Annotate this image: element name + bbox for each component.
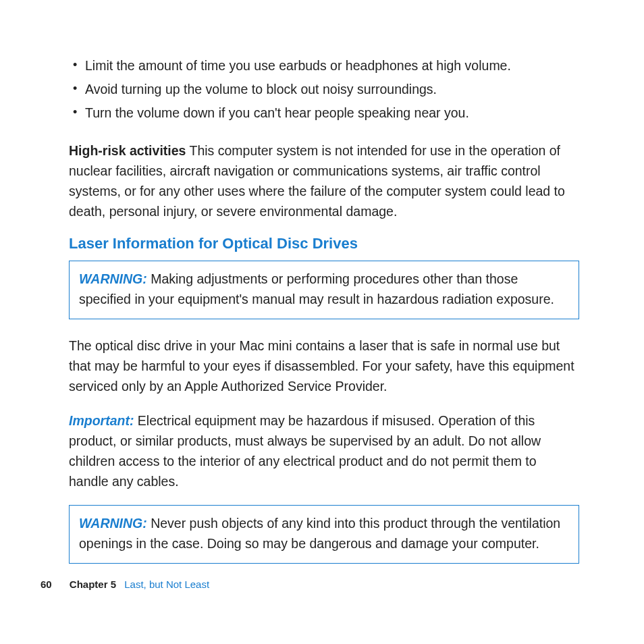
important-paragraph: Important: Electrical equipment may be h… <box>69 410 579 492</box>
warning-text: Never push objects of any kind into this… <box>79 516 560 550</box>
bullet-item: Avoid turning up the volume to block out… <box>69 79 579 100</box>
warning-box-1: WARNING: Making adjustments or performin… <box>69 261 579 319</box>
warning-label: WARNING: <box>79 271 147 286</box>
optical-paragraph: The optical disc drive in your Mac mini … <box>69 336 579 397</box>
page-footer: 60 Chapter 5 Last, but Not Least <box>41 579 209 590</box>
page-number: 60 <box>41 579 52 590</box>
bullet-item: Turn the volume down if you can't hear p… <box>69 103 579 124</box>
chapter-title: Last, but Not Least <box>124 579 209 590</box>
warning-text: Making adjustments or performing procedu… <box>79 271 554 306</box>
warning-label: WARNING: <box>79 516 147 531</box>
chapter-label: Chapter 5 <box>70 579 116 590</box>
warning-box-2: WARNING: Never push objects of any kind … <box>69 505 579 564</box>
highrisk-paragraph: High-risk activities This computer syste… <box>69 140 579 222</box>
bullet-item: Limit the amount of time you use earbuds… <box>69 55 579 76</box>
section-heading: Laser Information for Optical Disc Drive… <box>69 235 579 252</box>
bullet-list: Limit the amount of time you use earbuds… <box>69 55 579 124</box>
important-text: Electrical equipment may be hazardous if… <box>69 413 541 489</box>
important-label: Important: <box>69 413 134 428</box>
highrisk-label: High-risk activities <box>69 143 186 158</box>
document-page: Limit the amount of time you use earbuds… <box>0 0 644 644</box>
